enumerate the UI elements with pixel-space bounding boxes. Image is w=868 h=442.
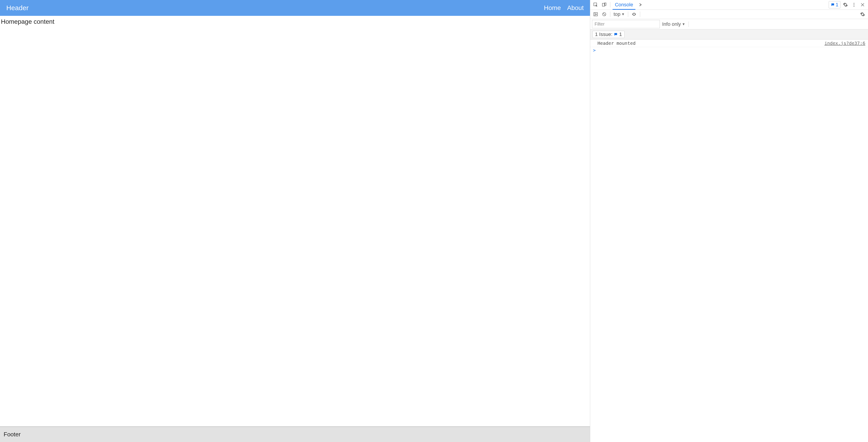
- svg-point-3: [854, 3, 855, 4]
- app-body: Homepage content: [0, 16, 590, 426]
- console-filter-bar: Info only: [590, 19, 868, 29]
- nav-link-home[interactable]: Home: [544, 4, 561, 11]
- clear-console-icon[interactable]: [600, 11, 608, 18]
- devtools-pane: Console 1 top: [590, 0, 868, 442]
- device-toolbar-icon[interactable]: [600, 1, 608, 8]
- devtools-tabbar: Console 1: [590, 0, 868, 10]
- prompt-chevron-icon: >: [593, 48, 596, 53]
- settings-icon[interactable]: [842, 1, 849, 8]
- issues-badge-count: 1: [836, 2, 838, 8]
- svg-point-4: [854, 4, 855, 5]
- log-source-link[interactable]: index.js?de37:6: [825, 40, 865, 46]
- homepage-content-text: Homepage content: [1, 18, 55, 25]
- console-sidebar-toggle-icon[interactable]: [592, 11, 599, 18]
- app-header: Header Home About: [0, 0, 590, 16]
- issues-bar: 1 Issue: 1: [590, 29, 868, 39]
- nav-link-about[interactable]: About: [567, 4, 584, 11]
- console-settings-icon[interactable]: [859, 11, 866, 18]
- issues-badge[interactable]: 1: [829, 1, 840, 8]
- separator: [640, 11, 640, 17]
- issues-bar-button[interactable]: 1 Issue: 1: [592, 31, 624, 38]
- log-level-selector[interactable]: Info only: [661, 21, 686, 28]
- kebab-menu-icon[interactable]: [850, 1, 858, 8]
- console-toolbar: top: [590, 10, 868, 19]
- console-log-entry: Header mounted index.js?de37:6: [590, 39, 868, 47]
- separator: [688, 22, 689, 27]
- app-title: Header: [6, 4, 29, 12]
- close-devtools-icon[interactable]: [859, 1, 866, 8]
- tab-console[interactable]: Console: [613, 1, 636, 10]
- console-filter-input[interactable]: [592, 20, 660, 28]
- live-expression-icon[interactable]: [630, 11, 638, 18]
- inspect-element-icon[interactable]: [592, 1, 599, 8]
- context-selector[interactable]: top: [613, 11, 626, 18]
- footer-text: Footer: [4, 431, 21, 438]
- issues-bar-count: 1: [619, 31, 622, 37]
- console-prompt[interactable]: >: [590, 47, 868, 53]
- message-icon: [614, 32, 618, 36]
- more-tabs-icon[interactable]: [637, 1, 644, 8]
- app-footer: Footer: [0, 426, 590, 442]
- log-message: Header mounted: [597, 40, 636, 46]
- app-nav: Home About: [544, 4, 584, 11]
- svg-point-5: [854, 6, 855, 7]
- app-pane: Header Home About Homepage content Foote…: [0, 0, 590, 442]
- issues-bar-label: 1 Issue:: [595, 31, 612, 37]
- console-log-area: Header mounted index.js?de37:6 >: [590, 39, 868, 442]
